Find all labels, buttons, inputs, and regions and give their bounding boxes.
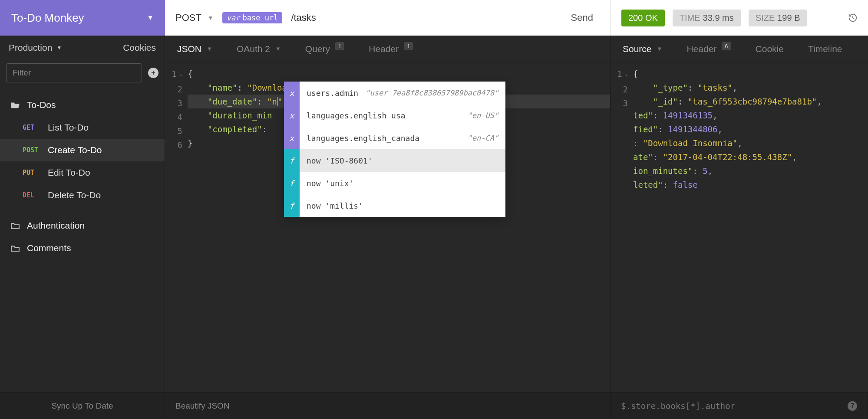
request-item[interactable]: DEL Delete To-Do: [0, 184, 165, 206]
line-gutter: 123456: [165, 67, 188, 392]
tab-body[interactable]: JSON ▼: [165, 36, 224, 62]
caret-down-icon: ▼: [208, 14, 214, 21]
response-pane: Source ▼ Header 6 Cookie Timeline 123: [611, 36, 868, 392]
response-filter-input[interactable]: $.store.books[*].author: [621, 401, 735, 411]
workspace-dropdown[interactable]: To-Do Monkey ▼: [0, 0, 165, 36]
autocomplete-item[interactable]: x languages.english_usa "en-US": [284, 104, 505, 127]
sidebar-filter-input[interactable]: [6, 63, 142, 82]
folder-authentication[interactable]: Authentication: [0, 214, 165, 237]
url-bar: POST ▼ var base_url /tasks Send: [165, 0, 611, 36]
autocomplete-item[interactable]: x users.admin "user_7ea8f8c838657989bac0…: [284, 82, 505, 104]
line-gutter: 123: [611, 67, 633, 392]
tab-resp-header[interactable]: Header 6: [674, 36, 743, 62]
caret-down-icon: ▼: [147, 14, 154, 22]
caret-down-icon: ▼: [657, 46, 663, 52]
autocomplete-type-icon: f: [284, 149, 300, 172]
workspace-name: To-Do Monkey: [11, 11, 84, 25]
add-request-button[interactable]: +: [148, 68, 158, 78]
autocomplete-item[interactable]: x languages.english_canada "en-CA": [284, 127, 505, 149]
caret-down-icon: ▼: [56, 45, 62, 51]
method-label: POST: [175, 12, 201, 23]
request-tree: To-Dos GET List To-Do POST Create To-Do …: [0, 86, 165, 259]
request-pane: JSON ▼ OAuth 2 ▼ Query 1 Header 1: [165, 36, 611, 392]
caret-down-icon: ▼: [207, 46, 212, 52]
method-dropdown[interactable]: POST ▼: [175, 12, 214, 23]
tab-query[interactable]: Query 1: [293, 36, 356, 62]
folder-icon: [10, 222, 20, 229]
request-tabs: JSON ▼ OAuth 2 ▼ Query 1 Header 1: [165, 36, 610, 62]
url-variable-tag[interactable]: var base_url: [222, 12, 283, 23]
folder-icon: [10, 244, 20, 252]
environment-dropdown[interactable]: Production ▼: [9, 43, 62, 53]
response-body-viewer[interactable]: 123 { "_type": "tasks", "_id": "tas_6f55…: [611, 62, 868, 392]
history-icon[interactable]: [848, 13, 858, 23]
autocomplete-type-icon: f: [284, 172, 300, 194]
sync-status[interactable]: Sync Up To Date: [0, 393, 165, 419]
autocomplete-item[interactable]: f now 'millis': [284, 194, 505, 217]
tab-header[interactable]: Header 1: [356, 36, 425, 62]
folder-comments[interactable]: Comments: [0, 237, 165, 259]
autocomplete-type-icon: x: [284, 127, 300, 149]
tab-cookie[interactable]: Cookie: [743, 36, 796, 62]
autocomplete-item[interactable]: f now 'unix': [284, 172, 505, 194]
status-badge: 200 OK: [621, 10, 665, 26]
sidebar: Production ▼ Cookies + To-Dos GET Li: [0, 36, 165, 392]
send-button[interactable]: Send: [564, 12, 600, 23]
autocomplete-popup: x users.admin "user_7ea8f8c838657989bac0…: [284, 82, 505, 217]
help-icon[interactable]: ?: [848, 401, 857, 411]
autocomplete-type-icon: f: [284, 194, 300, 217]
folder-todos[interactable]: To-Dos: [0, 94, 165, 116]
url-path[interactable]: /tasks: [291, 12, 316, 23]
tab-timeline[interactable]: Timeline: [796, 36, 855, 62]
response-status-bar: 200 OK TIME33.9 ms SIZE199 B: [611, 0, 868, 36]
request-item[interactable]: PUT Edit To-Do: [0, 161, 165, 184]
autocomplete-type-icon: x: [284, 82, 300, 104]
autocomplete-item[interactable]: f now 'ISO-8601': [284, 149, 505, 172]
autocomplete-type-icon: x: [284, 104, 300, 127]
request-item[interactable]: GET List To-Do: [0, 116, 165, 139]
cookies-button[interactable]: Cookies: [123, 43, 156, 53]
folder-open-icon: [10, 101, 20, 109]
caret-down-icon: ▼: [275, 46, 281, 52]
time-badge: TIME33.9 ms: [673, 10, 741, 26]
request-item[interactable]: POST Create To-Do: [0, 139, 165, 161]
response-tabs: Source ▼ Header 6 Cookie Timeline: [611, 36, 868, 62]
tab-auth[interactable]: OAuth 2 ▼: [224, 36, 293, 62]
tab-source[interactable]: Source ▼: [611, 36, 674, 62]
size-badge: SIZE199 B: [749, 10, 807, 26]
beautify-button[interactable]: Beautify JSON: [165, 393, 611, 419]
